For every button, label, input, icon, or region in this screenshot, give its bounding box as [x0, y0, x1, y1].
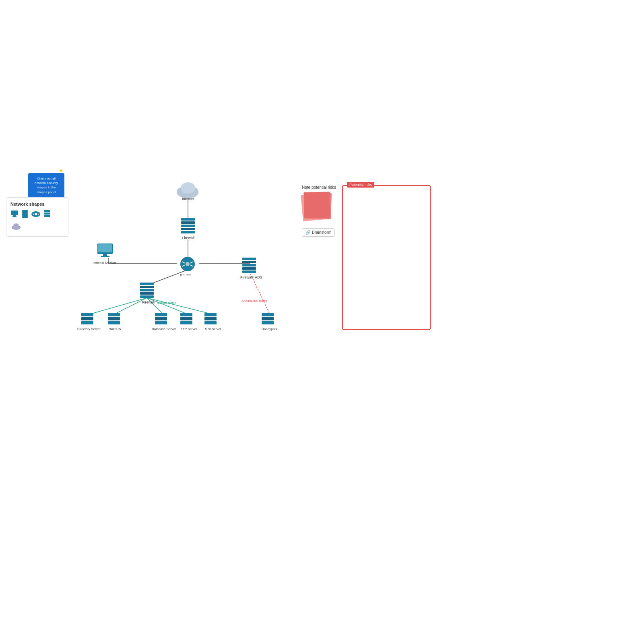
svg-rect-11 — [44, 210, 50, 212]
svg-rect-88 — [262, 317, 274, 320]
svg-rect-57 — [242, 264, 256, 266]
svg-text:FTP Server: FTP Server — [181, 327, 197, 331]
svg-point-33 — [177, 187, 188, 197]
sticky-notes — [302, 192, 334, 224]
svg-rect-62 — [140, 286, 154, 288]
svg-rect-79 — [180, 313, 192, 316]
svg-rect-80 — [180, 317, 192, 320]
svg-line-47 — [182, 265, 185, 266]
svg-line-28 — [147, 298, 211, 314]
svg-point-10 — [38, 214, 39, 215]
server-icon[interactable] — [43, 210, 51, 220]
svg-rect-41 — [181, 231, 195, 233]
svg-line-46 — [190, 262, 193, 263]
svg-text:Directory Server: Directory Server — [77, 327, 101, 331]
svg-text:Database Server: Database Server — [152, 327, 176, 331]
svg-line-24 — [91, 298, 147, 314]
shapes-panel: Network shapes — [6, 197, 68, 237]
svg-line-45 — [182, 262, 185, 263]
svg-rect-59 — [242, 270, 256, 273]
brainstorm-button[interactable]: 🔗 Brainstorm — [302, 228, 335, 237]
svg-text:Mail Server: Mail Server — [205, 327, 221, 331]
svg-rect-40 — [181, 228, 195, 230]
svg-line-25 — [115, 298, 147, 314]
svg-point-35 — [181, 182, 195, 194]
risks-panel: Potential risks — [342, 185, 431, 330]
network-diagram: Normal traffic Anomalous Traffic Interne… — [68, 177, 330, 346]
svg-rect-72 — [108, 317, 120, 320]
svg-point-9 — [33, 214, 34, 215]
note-panel: Note potential risks 🔗 Brainstorm — [302, 185, 346, 237]
svg-text:Anomalous Traffic: Anomalous Traffic — [242, 299, 267, 303]
svg-rect-85 — [204, 321, 217, 324]
tooltip-text: Check out all network security shapes in… — [35, 177, 58, 194]
svg-rect-67 — [81, 313, 93, 316]
svg-text:RADIUS: RADIUS — [109, 327, 121, 331]
brainstorm-label: Brainstorm — [312, 230, 331, 235]
svg-rect-69 — [81, 321, 93, 324]
computer-icon[interactable] — [10, 210, 19, 220]
cloud-icon[interactable] — [10, 223, 22, 232]
svg-point-34 — [187, 187, 198, 197]
svg-rect-65 — [140, 295, 154, 298]
svg-text:Honeypots: Honeypots — [262, 327, 277, 331]
svg-rect-5 — [22, 214, 28, 216]
svg-rect-13 — [44, 215, 50, 217]
svg-rect-77 — [155, 321, 167, 324]
svg-text:Router: Router — [180, 273, 191, 277]
svg-rect-84 — [204, 317, 217, 320]
svg-rect-56 — [242, 261, 256, 263]
svg-rect-55 — [242, 258, 256, 260]
svg-rect-58 — [242, 267, 256, 270]
note-panel-title: Note potential risks — [302, 185, 346, 190]
svg-line-23 — [151, 270, 188, 284]
svg-line-48 — [190, 265, 193, 266]
svg-text:Internet: Internet — [182, 197, 194, 201]
risks-label: Potential risks — [347, 182, 374, 188]
shapes-icons-container — [10, 210, 64, 232]
svg-rect-0 — [11, 211, 18, 215]
svg-point-17 — [13, 223, 19, 228]
svg-rect-61 — [140, 283, 154, 285]
svg-rect-64 — [140, 292, 154, 295]
svg-rect-37 — [181, 218, 195, 221]
svg-rect-76 — [155, 317, 167, 320]
svg-line-29 — [250, 274, 270, 314]
svg-rect-63 — [140, 289, 154, 291]
svg-rect-12 — [44, 213, 50, 215]
svg-text:Firewall: Firewall — [142, 300, 155, 304]
svg-rect-52 — [103, 254, 107, 256]
svg-rect-2 — [12, 217, 17, 217]
svg-text:Firewall: Firewall — [182, 236, 194, 240]
svg-line-26 — [147, 298, 163, 314]
svg-rect-73 — [108, 321, 120, 324]
sticky-note-3 — [303, 192, 330, 218]
svg-rect-38 — [181, 221, 195, 224]
svg-rect-83 — [204, 313, 217, 316]
svg-rect-6 — [22, 216, 28, 218]
svg-text:Firewall+ADS: Firewall+ADS — [240, 275, 262, 279]
svg-rect-87 — [262, 313, 274, 316]
svg-rect-51 — [98, 244, 112, 252]
svg-rect-1 — [13, 215, 16, 217]
svg-rect-4 — [22, 212, 28, 214]
svg-rect-39 — [181, 225, 195, 227]
svg-text:Normal traffic: Normal traffic — [157, 301, 176, 305]
svg-rect-53 — [101, 256, 109, 257]
router-icon[interactable] — [31, 210, 41, 220]
svg-rect-68 — [81, 317, 93, 320]
svg-point-43 — [180, 257, 195, 271]
svg-point-8 — [35, 213, 37, 215]
svg-rect-50 — [97, 244, 113, 254]
svg-rect-81 — [180, 321, 192, 324]
svg-rect-71 — [108, 313, 120, 316]
svg-rect-75 — [155, 313, 167, 316]
firewall-icon[interactable] — [22, 210, 28, 220]
svg-text:Internal Devices: Internal Devices — [93, 261, 116, 264]
shapes-panel-title: Network shapes — [10, 202, 64, 206]
tooltip-box: Check out all network security shapes in… — [28, 173, 64, 198]
svg-rect-89 — [262, 321, 274, 324]
svg-rect-3 — [22, 210, 28, 212]
svg-line-27 — [147, 298, 187, 314]
brainstorm-icon: 🔗 — [305, 230, 310, 235]
